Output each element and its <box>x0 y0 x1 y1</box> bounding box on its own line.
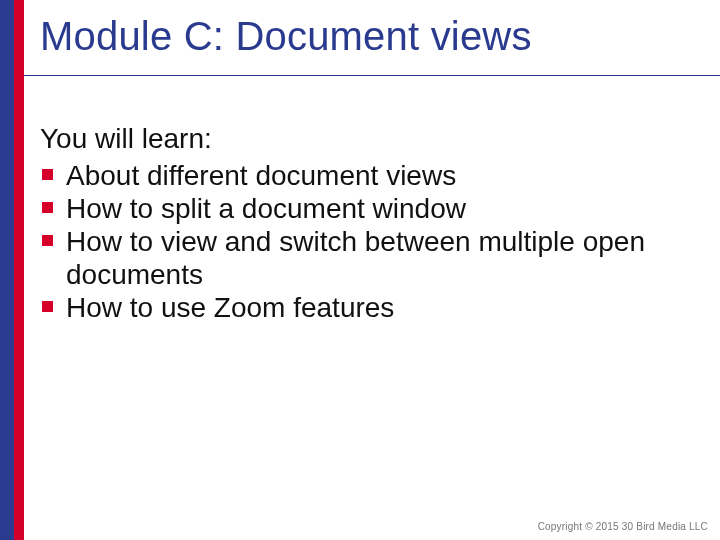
title-underline <box>24 75 720 76</box>
intro-text: You will learn: <box>40 122 680 155</box>
slide-body: You will learn: About different document… <box>40 122 680 324</box>
list-item: How to split a document window <box>40 192 680 225</box>
slide-title: Module C: Document views <box>40 14 690 58</box>
bullet-list: About different document views How to sp… <box>40 159 680 324</box>
list-item: About different document views <box>40 159 680 192</box>
copyright-footer: Copyright © 2015 30 Bird Media LLC <box>538 521 708 532</box>
list-item: How to use Zoom features <box>40 291 680 324</box>
list-item: How to view and switch between multiple … <box>40 225 680 291</box>
accent-stripe-blue <box>0 0 14 540</box>
accent-stripe-red <box>14 0 24 540</box>
slide: Module C: Document views You will learn:… <box>0 0 720 540</box>
